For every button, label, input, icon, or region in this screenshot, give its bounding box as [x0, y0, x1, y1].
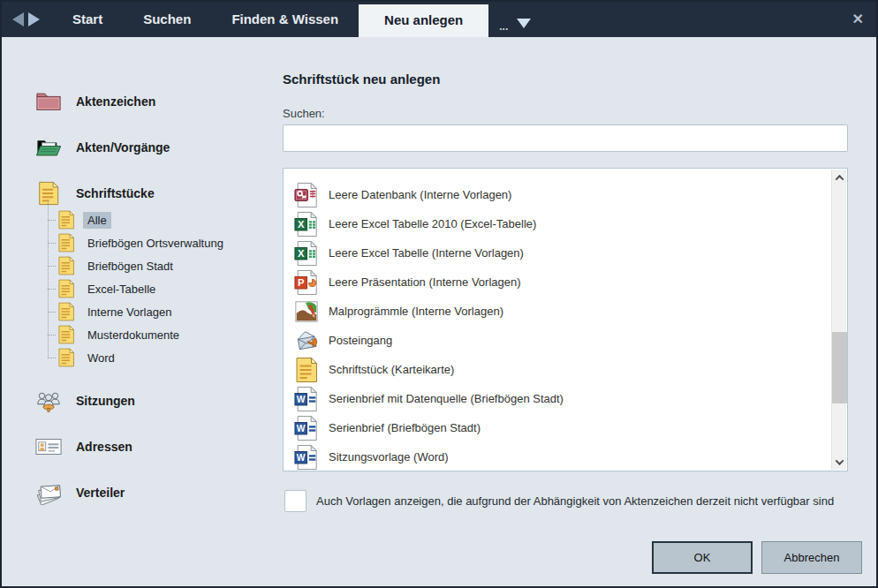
yellow-document-icon — [57, 256, 76, 275]
template-list-item[interactable]: Leere Präsentation (Interne Vorlagen) — [294, 268, 847, 297]
scroll-up-button[interactable] — [832, 170, 847, 185]
template-label: Leere Excel Tabelle (Interne Vorlagen) — [329, 246, 524, 260]
template-label: Schriftstück (Karteikarte) — [329, 363, 454, 376]
sidebar-item-schriftstuecke[interactable]: Schriftstücke — [35, 180, 155, 207]
chevron-down-icon — [836, 456, 844, 465]
template-list-item[interactable]: Posteingang — [294, 326, 847, 355]
sidebar-item-label: Akten/Vorgänge — [76, 140, 170, 155]
tab-finden-wissen[interactable]: Finden & Wissen — [211, 2, 359, 37]
template-label: Leere Excel Tabelle 2010 (Excel-Tabelle) — [329, 217, 536, 230]
word-file-icon — [294, 386, 319, 412]
yellow-document-icon — [57, 325, 76, 344]
access-file-icon — [294, 182, 319, 208]
tree-item-excel-tabelle[interactable]: Excel-Tabelle — [57, 277, 228, 300]
tree-item-word[interactable]: Word — [57, 346, 228, 369]
nav-back-icon[interactable] — [12, 12, 24, 26]
template-list-item[interactable]: Leere Datenbank (Interne Vorlagen) — [294, 180, 847, 209]
template-label: Sitzungsvorlage (Word) — [329, 450, 449, 464]
tree-item-label: Word — [83, 350, 119, 366]
powerpoint-file-icon — [294, 269, 319, 296]
tree-item-label: Excel-Tabelle — [83, 281, 160, 298]
schriftstuecke-subtree: Alle Briefbögen Ortsverwaltung Briefböge… — [57, 208, 228, 369]
meeting-people-icon — [35, 388, 62, 413]
template-list-item[interactable]: Sitzungsvorlage (Word) — [294, 442, 847, 471]
tree-item-briefboegen-stadt[interactable]: Briefbögen Stadt — [57, 254, 228, 277]
template-list-item[interactable]: Malprogrämmle (Interne Vorlagen) — [294, 297, 847, 326]
sidebar-item-label: Adressen — [76, 440, 132, 454]
template-label: Serienbrief mit Datenquelle (Briefbögen … — [329, 392, 564, 405]
tree-item-label: Interne Vorlagen — [83, 304, 176, 320]
template-label: Leere Datenbank (Interne Vorlagen) — [329, 188, 511, 201]
close-icon[interactable]: ✕ — [852, 12, 864, 26]
scroll-down-button[interactable] — [832, 454, 847, 470]
excel-file-icon — [294, 240, 319, 267]
template-list-item[interactable]: Leere Excel Tabelle 2010 (Excel-Tabelle) — [294, 209, 847, 238]
dropdown-arrow-icon — [517, 19, 531, 28]
yellow-document-icon — [57, 302, 76, 321]
yellow-document-icon — [294, 357, 319, 383]
sidebar-item-aktenzeichen[interactable]: Aktenzeichen — [35, 88, 155, 115]
yellow-document-icon — [57, 233, 76, 253]
template-list-item[interactable]: Serienbrief mit Datenquelle (Briefbögen … — [294, 384, 847, 413]
tree-item-label: Musterdokumente — [83, 327, 184, 343]
yellow-document-icon — [57, 279, 76, 298]
tab-neu-anlegen[interactable]: Neu anlegen — [359, 4, 488, 37]
sidebar-item-adressen[interactable]: Adressen — [35, 433, 132, 460]
checkbox-label: Auch Vorlagen anzeigen, die aufgrund der… — [316, 490, 834, 512]
chevron-up-icon — [836, 174, 844, 183]
sidebar-item-akten-vorgaenge[interactable]: Akten/Vorgänge — [35, 134, 170, 161]
tab-start[interactable]: Start — [52, 2, 123, 37]
sidebar-item-label: Schriftstücke — [76, 186, 155, 200]
cancel-button[interactable]: Abbrechen — [761, 541, 862, 574]
tree-item-label: Briefbögen Stadt — [83, 258, 178, 275]
sidebar-item-verteiler[interactable]: Verteiler — [35, 479, 125, 506]
tab-overflow-menu[interactable]: ... — [499, 2, 531, 37]
yellow-document-icon — [35, 181, 62, 206]
paint-file-icon — [294, 298, 319, 325]
template-list-item[interactable]: Leere Excel Tabelle (Interne Vorlagen) — [294, 238, 847, 268]
page-title: Schriftstück neu anlegen — [283, 72, 440, 87]
sidebar-item-label: Sitzungen — [76, 394, 135, 408]
yellow-document-icon — [57, 348, 76, 367]
red-folder-icon — [35, 89, 62, 114]
tree-item-alle[interactable]: Alle — [57, 208, 228, 231]
tree-item-musterdokumente[interactable]: Musterdokumente — [57, 323, 228, 346]
tree-item-label: Alle — [83, 212, 111, 229]
address-card-icon — [35, 434, 62, 459]
template-list-item[interactable]: Schriftstück (Karteikarte) — [294, 355, 847, 384]
tab-bar: Start Suchen Finden & Wissen Neu anlegen… — [2, 2, 876, 37]
show-unavailable-checkbox[interactable] — [284, 490, 307, 512]
tree-item-label: Briefbögen Ortsverwaltung — [83, 235, 228, 252]
word-file-icon — [294, 415, 319, 441]
open-envelope-icon — [294, 328, 319, 354]
sidebar-item-label: Aktenzeichen — [76, 94, 155, 109]
tab-suchen[interactable]: Suchen — [123, 2, 211, 37]
ok-button[interactable]: OK — [652, 541, 753, 574]
scrollbar-thumb[interactable] — [832, 332, 847, 403]
envelopes-stack-icon — [35, 480, 62, 505]
search-input[interactable] — [283, 124, 848, 152]
nav-arrows — [12, 12, 40, 26]
template-label: Posteingang — [329, 334, 392, 347]
tree-item-interne-vorlagen[interactable]: Interne Vorlagen — [57, 300, 228, 323]
sidebar-item-label: Verteiler — [76, 486, 125, 500]
word-file-icon — [294, 444, 319, 471]
sidebar-item-sitzungen[interactable]: Sitzungen — [35, 388, 135, 414]
search-label: Suchen: — [283, 107, 325, 120]
template-label: Malprogrämmle (Interne Vorlagen) — [329, 305, 503, 318]
template-label: Serienbrief (Briefbögen Stadt) — [329, 421, 481, 434]
yellow-document-icon — [57, 210, 76, 230]
template-list: Leere Datenbank (Interne Vorlagen) Leere… — [283, 168, 848, 471]
template-list-item[interactable]: Serienbrief (Briefbögen Stadt) — [294, 413, 847, 442]
green-open-folder-icon — [35, 135, 62, 160]
dialog-window: Start Suchen Finden & Wissen Neu anlegen… — [0, 0, 878, 588]
template-label: Leere Präsentation (Interne Vorlagen) — [329, 275, 521, 289]
nav-forward-icon[interactable] — [28, 12, 40, 26]
excel-file-icon — [294, 211, 319, 237]
list-scrollbar[interactable] — [831, 170, 846, 470]
overflow-ellipsis: ... — [499, 22, 508, 31]
tree-item-briefboegen-ortsverwaltung[interactable]: Briefbögen Ortsverwaltung — [57, 231, 228, 254]
